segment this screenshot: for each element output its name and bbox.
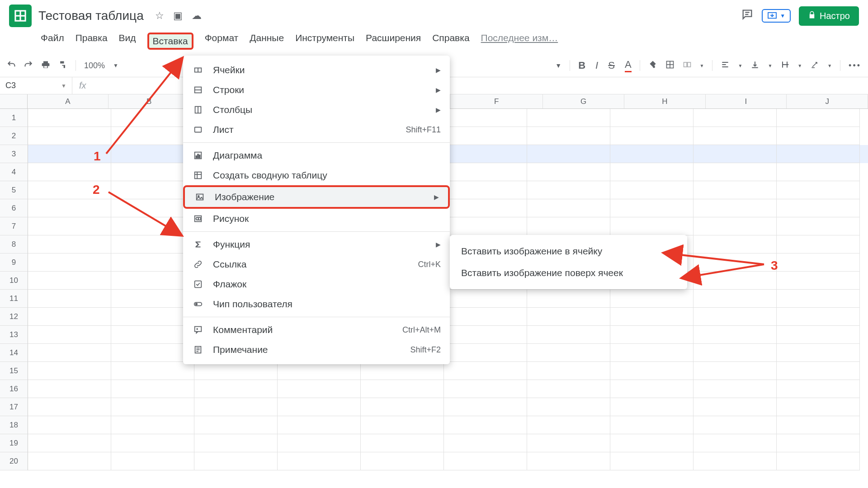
cell[interactable] bbox=[777, 290, 860, 308]
row-header[interactable]: 15 bbox=[0, 362, 28, 380]
italic-button[interactable]: I bbox=[595, 60, 598, 71]
valign-icon[interactable] bbox=[750, 60, 760, 71]
col-header[interactable]: G bbox=[543, 94, 624, 108]
cell[interactable] bbox=[610, 290, 693, 308]
bold-button[interactable]: B bbox=[578, 60, 585, 71]
cell[interactable] bbox=[610, 199, 693, 217]
row-header[interactable]: 14 bbox=[0, 344, 28, 362]
cell[interactable] bbox=[28, 109, 111, 127]
row-header[interactable]: 9 bbox=[0, 253, 28, 272]
cell[interactable] bbox=[444, 163, 527, 181]
cell[interactable] bbox=[444, 344, 527, 362]
cell[interactable] bbox=[693, 416, 777, 434]
cell[interactable] bbox=[693, 235, 777, 253]
cell[interactable] bbox=[777, 326, 860, 344]
cell[interactable] bbox=[28, 127, 111, 145]
cell[interactable] bbox=[777, 344, 860, 362]
cell[interactable] bbox=[777, 235, 860, 253]
cell[interactable] bbox=[527, 199, 610, 217]
cell[interactable] bbox=[693, 344, 777, 362]
cell[interactable] bbox=[693, 199, 777, 217]
cell[interactable] bbox=[278, 416, 361, 434]
cell[interactable] bbox=[527, 434, 610, 452]
cell[interactable] bbox=[527, 127, 610, 145]
menu-item-rows[interactable]: Строки ▶ bbox=[183, 80, 450, 100]
menu-item-drawing[interactable]: Рисунок bbox=[183, 209, 450, 229]
cell[interactable] bbox=[777, 145, 860, 163]
cell[interactable] bbox=[278, 380, 361, 398]
cell[interactable] bbox=[693, 181, 777, 199]
cell[interactable] bbox=[693, 380, 777, 398]
cell[interactable] bbox=[111, 308, 194, 326]
cell[interactable] bbox=[777, 362, 860, 380]
cell[interactable] bbox=[777, 199, 860, 217]
cell[interactable] bbox=[361, 416, 444, 434]
cell[interactable] bbox=[693, 109, 777, 127]
menu-item-chart[interactable]: Диаграмма bbox=[183, 145, 450, 165]
cell[interactable] bbox=[777, 253, 860, 272]
menu-item-cells[interactable]: Ячейки ▶ bbox=[183, 60, 450, 80]
cell[interactable] bbox=[111, 217, 194, 235]
row-header[interactable]: 12 bbox=[0, 308, 28, 326]
cell[interactable] bbox=[777, 398, 860, 416]
cell[interactable] bbox=[111, 398, 194, 416]
text-color-button[interactable]: A bbox=[625, 59, 632, 72]
cell[interactable] bbox=[28, 326, 111, 344]
cell[interactable] bbox=[444, 326, 527, 344]
name-box[interactable]: C3 ▼ bbox=[0, 77, 72, 94]
submenu-image-over-cells[interactable]: Вставить изображение поверх ячеек bbox=[450, 262, 687, 284]
menu-view[interactable]: Вид bbox=[119, 33, 136, 50]
more-icon[interactable]: ••• bbox=[849, 61, 861, 70]
cell[interactable] bbox=[777, 434, 860, 452]
menu-item-image[interactable]: Изображение ▶ bbox=[183, 185, 450, 209]
cell[interactable] bbox=[527, 344, 610, 362]
menu-item-check[interactable]: Флажок bbox=[183, 274, 450, 294]
cloud-icon[interactable]: ☁ bbox=[192, 10, 202, 22]
col-header[interactable]: H bbox=[624, 94, 706, 108]
row-header[interactable]: 3 bbox=[0, 145, 28, 163]
cell[interactable] bbox=[111, 290, 194, 308]
menu-item-pivot[interactable]: Создать сводную таблицу bbox=[183, 165, 450, 185]
cell[interactable] bbox=[194, 362, 278, 380]
menu-item-note[interactable]: Примечание Shift+F2 bbox=[183, 340, 450, 360]
cell[interactable] bbox=[444, 127, 527, 145]
cell[interactable] bbox=[777, 127, 860, 145]
cell[interactable] bbox=[444, 380, 527, 398]
cell[interactable] bbox=[28, 253, 111, 272]
cell[interactable] bbox=[28, 199, 111, 217]
menu-data[interactable]: Данные bbox=[250, 33, 284, 50]
cell[interactable] bbox=[444, 452, 527, 470]
cell[interactable] bbox=[361, 452, 444, 470]
cell[interactable] bbox=[111, 452, 194, 470]
cell[interactable] bbox=[610, 416, 693, 434]
cell[interactable] bbox=[527, 416, 610, 434]
row-header[interactable]: 6 bbox=[0, 199, 28, 217]
menu-item-sigma[interactable]: Функция ▶ bbox=[183, 235, 450, 254]
cell[interactable] bbox=[693, 452, 777, 470]
cell[interactable] bbox=[444, 290, 527, 308]
col-header[interactable]: I bbox=[706, 94, 787, 108]
cell[interactable] bbox=[444, 181, 527, 199]
cell[interactable] bbox=[28, 452, 111, 470]
cell[interactable] bbox=[28, 380, 111, 398]
cell[interactable] bbox=[111, 199, 194, 217]
menu-item-sheet[interactable]: Лист Shift+F11 bbox=[183, 120, 450, 140]
wrap-icon[interactable] bbox=[780, 60, 789, 71]
cell[interactable] bbox=[194, 416, 278, 434]
cell[interactable] bbox=[278, 398, 361, 416]
cell[interactable] bbox=[28, 434, 111, 452]
menu-extensions[interactable]: Расширения bbox=[366, 33, 421, 50]
row-header[interactable]: 5 bbox=[0, 181, 28, 199]
cell[interactable] bbox=[111, 235, 194, 253]
row-header[interactable]: 1 bbox=[0, 109, 28, 127]
col-header[interactable]: F bbox=[450, 94, 543, 108]
cell[interactable] bbox=[610, 344, 693, 362]
cell[interactable] bbox=[444, 145, 527, 163]
borders-icon[interactable] bbox=[665, 60, 675, 71]
cell[interactable] bbox=[444, 217, 527, 235]
cell[interactable] bbox=[777, 272, 860, 290]
cell[interactable] bbox=[610, 217, 693, 235]
cell[interactable] bbox=[610, 308, 693, 326]
cell[interactable] bbox=[111, 362, 194, 380]
cell[interactable] bbox=[693, 145, 777, 163]
